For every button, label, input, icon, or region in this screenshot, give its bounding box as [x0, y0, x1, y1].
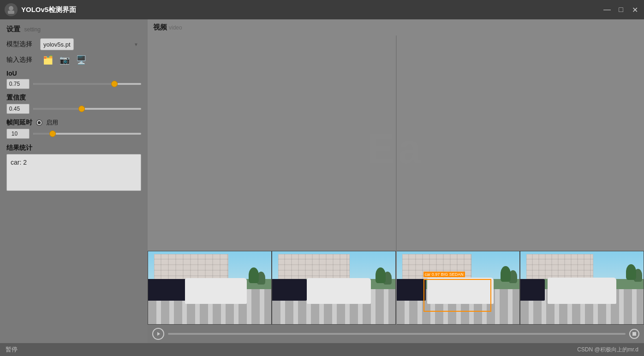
left-panel: 设置 setting 模型选择 yolov5s.pt 输入选择 🗂️ 📷 🖥️ … — [0, 19, 148, 343]
confidence-section: 置信度 — [6, 94, 141, 114]
video-subtitle: video — [169, 24, 182, 31]
confidence-input[interactable] — [6, 104, 30, 114]
input-select-label: 输入选择 — [6, 56, 36, 64]
model-select-row: 模型选择 yolov5s.pt — [6, 38, 141, 50]
iou-section: IoU — [6, 70, 141, 89]
frame-delay-label: 帧间延时 — [6, 119, 32, 127]
svg-marker-3 — [157, 332, 160, 336]
close-button[interactable]: ✕ — [630, 5, 639, 14]
video-area: Ea — [148, 36, 644, 325]
detection-box-label: car 0.97 BIG SEDAN — [423, 272, 465, 277]
video-frame-4 — [520, 251, 644, 325]
model-select-wrapper: yolov5s.pt — [40, 38, 141, 50]
camera-icon[interactable]: 📷 — [60, 55, 70, 65]
enable-radio[interactable] — [36, 119, 42, 126]
confidence-slider-thumb — [78, 106, 85, 112]
video-header: 视频 video — [148, 19, 644, 36]
confidence-slider-row — [6, 104, 141, 114]
detection-box: car 0.97 BIG SEDAN — [423, 279, 491, 312]
video-frame-2-inner — [272, 251, 395, 324]
video-frame-1-inner — [148, 251, 271, 324]
iou-slider-fill — [33, 83, 114, 85]
iou-input[interactable] — [6, 79, 30, 89]
frame-delay-slider-track[interactable] — [33, 133, 141, 135]
main-layout: 设置 setting 模型选择 yolov5s.pt 输入选择 🗂️ 📷 🖥️ … — [0, 19, 644, 343]
iou-slider-track[interactable] — [33, 83, 141, 85]
play-button[interactable] — [152, 328, 164, 340]
video-frame-2 — [272, 251, 396, 325]
iou-slider-row — [6, 79, 141, 89]
video-frame-3: car 0.97 BIG SEDAN — [396, 251, 520, 325]
stats-content: car: 2 — [11, 159, 27, 166]
confidence-slider-fill — [33, 108, 82, 110]
file-open-icon[interactable]: 🗂️ — [43, 55, 53, 65]
svg-point-0 — [9, 6, 13, 11]
video-frame-4-inner — [520, 251, 644, 324]
status-left: 暂停 — [6, 345, 18, 354]
app-logo — [5, 3, 18, 16]
model-select-label: 模型选择 — [6, 40, 36, 48]
setting-subtitle: setting — [24, 26, 40, 33]
svg-rect-1 — [8, 11, 14, 14]
title-bar: YOLOv5检测界面 — □ ✕ — [0, 0, 644, 19]
setting-title: 设置 — [6, 25, 20, 33]
confidence-slider-track[interactable] — [33, 108, 141, 110]
frame-delay-slider-thumb — [49, 131, 56, 137]
progress-track[interactable] — [168, 333, 626, 335]
stats-label: 结果统计 — [6, 144, 32, 151]
maximize-button[interactable]: □ — [616, 5, 626, 14]
status-bar: 暂停 CSDN @积极向上的mr.d — [0, 343, 644, 356]
screen-capture-icon[interactable]: 🖥️ — [76, 55, 86, 65]
stop-button[interactable] — [629, 329, 639, 339]
stats-box: car: 2 — [6, 154, 141, 191]
confidence-label: 置信度 — [6, 94, 141, 102]
model-select[interactable]: yolov5s.pt — [40, 38, 74, 50]
video-title: 视频 — [153, 23, 167, 32]
input-select-row: 输入选择 🗂️ 📷 🖥️ — [6, 55, 141, 65]
enable-label: 启用 — [46, 119, 58, 127]
stop-icon — [632, 332, 636, 336]
window-controls: — □ ✕ — [602, 5, 639, 14]
setting-header: 设置 setting — [6, 25, 141, 34]
minimize-button[interactable]: — — [602, 5, 612, 14]
frame-delay-section: 帧间延时 启用 — [6, 119, 141, 139]
status-right: CSDN @积极向上的mr.d — [577, 346, 638, 354]
iou-slider-thumb — [111, 81, 118, 87]
video-frame-3-inner: car 0.97 BIG SEDAN — [396, 251, 519, 324]
app-title: YOLOv5检测界面 — [21, 6, 76, 14]
video-frame-1 — [148, 251, 272, 325]
stats-section: 结果统计 car: 2 — [6, 143, 141, 338]
frame-delay-input[interactable] — [6, 129, 30, 139]
right-panel: 视频 video Ea — [148, 19, 644, 343]
iou-label: IoU — [6, 70, 141, 77]
video-divider — [396, 36, 397, 325]
frame-delay-slider-row — [6, 129, 141, 139]
playback-bar — [148, 325, 644, 343]
frame-delay-header: 帧间延时 启用 — [6, 119, 141, 127]
